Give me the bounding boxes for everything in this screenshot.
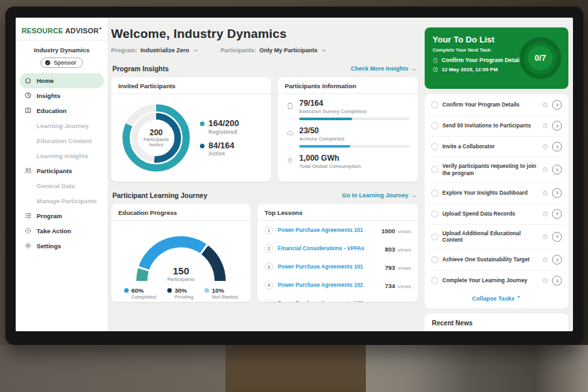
- invited-legend: 164/200Registered 84/164Active: [200, 113, 239, 163]
- legend-dot: [167, 288, 172, 293]
- legend-dot: [204, 288, 209, 293]
- sidebar-item-general-data[interactable]: General Data: [16, 178, 108, 193]
- learning-journey-title: Participant Learning Journey: [112, 191, 207, 199]
- task-row[interactable]: Verify participants requesting to join t…: [431, 157, 563, 183]
- clock-icon: [433, 67, 438, 73]
- legend-item: 84/164Active: [200, 141, 239, 157]
- sidebar-item-education-content[interactable]: Education Content: [16, 133, 108, 148]
- education-progress-card: Education Progress 150 Participants 60% …: [111, 204, 251, 302]
- task-checkbox[interactable]: [431, 233, 438, 240]
- education-gauge-chart: 150 Participants: [123, 225, 238, 284]
- task-row[interactable]: Upload Spend Data Records: [431, 204, 563, 225]
- legend-item: 30% Pending: [167, 287, 193, 300]
- task-checkbox[interactable]: [431, 143, 438, 150]
- task-checkbox[interactable]: [431, 210, 438, 218]
- progress-bar: [299, 145, 410, 148]
- task-row[interactable]: Achieve One Sustainability Target: [431, 250, 563, 270]
- sponsor-badge-label: Sponsor: [54, 59, 76, 66]
- task-row[interactable]: Send 50 Invitations to Participants: [431, 116, 563, 137]
- legend-item: 60% Completed: [124, 287, 156, 300]
- lesson-row: 2 Financial Considerations - VPPAs 803 v…: [257, 239, 418, 257]
- chevron-down-icon: [321, 48, 327, 54]
- org-name: Industry Dynamics: [16, 46, 108, 54]
- program-icon: [24, 212, 32, 220]
- task-open-button[interactable]: [552, 121, 562, 131]
- top-lessons-card: Top Lessons 1 Power Purchase Agreements …: [257, 204, 418, 302]
- task-open-button[interactable]: [552, 100, 562, 110]
- lesson-row: 4 Power Purchase Agreements 102 734 view…: [257, 276, 418, 294]
- task-open-button[interactable]: [552, 165, 562, 174]
- app-logo: RESOURCE ADVISOR+: [16, 18, 108, 41]
- task-checkbox[interactable]: [431, 256, 438, 263]
- recent-news-card: Recent News: [425, 314, 568, 331]
- lesson-link[interactable]: Power Purchase Agreements 102: [278, 282, 380, 288]
- sidebar-item-learning-insights[interactable]: Learning Insights: [16, 148, 108, 163]
- sidebar-nav: Home Insights Education Learning Journey…: [16, 73, 108, 253]
- task-checkbox[interactable]: [431, 189, 438, 197]
- sidebar-item-settings[interactable]: Settings: [16, 238, 108, 253]
- sidebar-item-program[interactable]: Program: [16, 208, 108, 223]
- collapse-tasks-link[interactable]: Collapse Tasks ⌃: [431, 291, 563, 307]
- task-checkbox[interactable]: [431, 277, 438, 284]
- todo-summary-card: Your To Do List Complete Your Next Task:…: [425, 27, 568, 89]
- sidebar-item-education[interactable]: Education: [16, 103, 108, 118]
- participants-icon: [24, 167, 32, 174]
- lesson-link[interactable]: Power Purchase Agreements 101: [278, 263, 380, 270]
- lesson-link[interactable]: Power Purchase Agreements 103: [278, 300, 380, 302]
- home-icon: [24, 76, 32, 84]
- participants-filter[interactable]: Participants: Only My Participants: [221, 47, 327, 54]
- lesson-row: 3 Power Purchase Agreements 101 793 view…: [257, 257, 418, 276]
- sidebar-item-take-action[interactable]: Take Action: [16, 223, 108, 238]
- task-row[interactable]: Upload Additional Educational Content: [431, 225, 563, 250]
- sidebar-item-learning-journey[interactable]: Learning Journey: [16, 118, 108, 133]
- sponsor-badge[interactable]: Sponsor: [41, 57, 82, 68]
- program-insights-title: Program Insights: [112, 65, 169, 73]
- clock-icon: [542, 123, 548, 129]
- task-row[interactable]: Invite a Collaborator: [431, 137, 563, 157]
- page-title: Welcome, Industry Dynamics: [111, 27, 418, 41]
- task-open-button[interactable]: [552, 232, 562, 242]
- task-open-button[interactable]: [552, 255, 562, 265]
- clock-icon: [542, 234, 548, 240]
- check-more-insights-link[interactable]: Check More Insights →: [351, 65, 417, 72]
- chevron-up-icon: ⌃: [516, 295, 521, 302]
- clipboard-icon: [433, 57, 438, 63]
- task-checkbox[interactable]: [431, 166, 438, 173]
- sidebar-item-insights[interactable]: Insights: [16, 88, 108, 103]
- lesson-row: 1 Power Purchase Agreements 101 1000 vie…: [257, 221, 418, 239]
- task-checkbox[interactable]: [431, 101, 438, 108]
- participants-information-card: Participants Information 79/164 Emission…: [278, 77, 418, 182]
- clock-icon: [542, 144, 548, 150]
- sidebar-item-participants[interactable]: Participants: [16, 163, 108, 178]
- lesson-link[interactable]: Financial Considerations - VPPAs: [278, 245, 380, 252]
- task-open-button[interactable]: [552, 276, 562, 286]
- next-task-due: 12 May 2025, 12:00 PM: [442, 67, 498, 73]
- program-filter[interactable]: Program: Industrialize Zero: [111, 47, 199, 54]
- task-checkbox[interactable]: [431, 122, 438, 129]
- legend-dot: [124, 288, 129, 293]
- task-open-button[interactable]: [552, 188, 562, 198]
- sidebar: RESOURCE ADVISOR+ Industry Dynamics Spon…: [16, 18, 108, 331]
- task-row[interactable]: Complete Your Learning Journey: [431, 270, 563, 291]
- lesson-link[interactable]: Power Purchase Agreements 101: [278, 227, 377, 233]
- chevron-down-icon: [193, 48, 199, 54]
- sidebar-item-manage-participants[interactable]: Manage Participants: [16, 193, 108, 208]
- lesson-row: 5 Power Purchase Agreements 103 600 view…: [257, 294, 418, 302]
- task-open-button[interactable]: [552, 142, 562, 152]
- go-to-learning-journey-link[interactable]: Go to Learning Journey →: [342, 192, 417, 199]
- todo-progress-ring: 0/7: [519, 37, 561, 79]
- actions-icon: [286, 128, 294, 136]
- consumption-icon: [286, 155, 294, 163]
- task-row[interactable]: Confirm Your Program Details: [431, 95, 563, 116]
- dashboard-screen: RESOURCE ADVISOR+ Industry Dynamics Spon…: [16, 18, 573, 331]
- clock-icon: [542, 167, 548, 172]
- task-row[interactable]: Explore Your Insights Dashboard: [431, 183, 563, 204]
- todo-progress-value: 0/7: [528, 46, 553, 71]
- clock-icon: [542, 211, 548, 217]
- sidebar-item-home[interactable]: Home: [20, 73, 104, 88]
- clock-icon: [542, 257, 548, 263]
- education-icon: [24, 106, 32, 114]
- legend-item: 10% Not Started: [204, 287, 238, 300]
- lesson-rank: 4: [265, 281, 273, 289]
- task-open-button[interactable]: [552, 209, 562, 219]
